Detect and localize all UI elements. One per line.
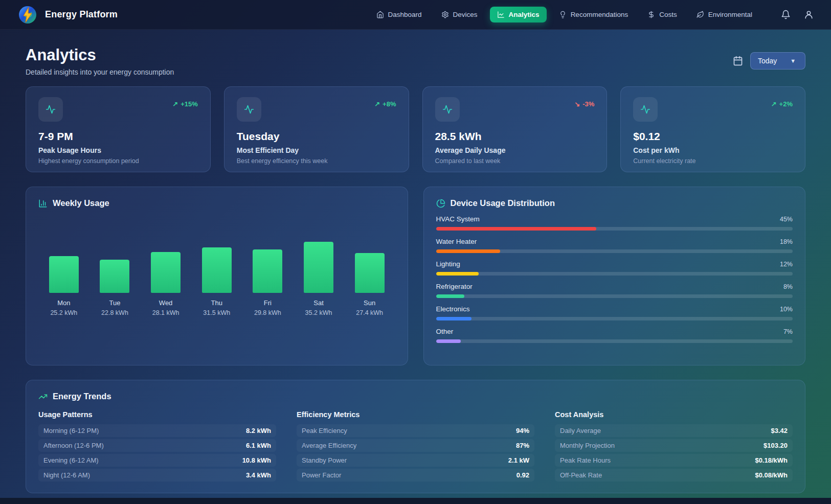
device-distribution-panel: Device Usage Distribution HVAC System45%…	[423, 187, 806, 365]
nav-item-label: Devices	[453, 11, 478, 18]
activity-icon	[435, 97, 460, 122]
device-name: Electronics	[436, 305, 470, 313]
trend-row: Standby Power2.1 kW	[297, 454, 534, 467]
progress-track	[436, 339, 793, 343]
nav-links: Dashboard Devices Analytics Recommendati…	[369, 7, 759, 22]
device-name: Water Heater	[436, 238, 477, 245]
panel-title: Weekly Usage	[53, 198, 109, 208]
progress-track	[436, 249, 793, 253]
trend-badge: ↗+15%	[172, 100, 198, 108]
column-heading: Cost Analysis	[555, 410, 793, 419]
stat-description: Highest energy consumption period	[38, 157, 198, 165]
device-row: Refrigerator8%	[436, 283, 793, 298]
weekly-usage-panel: Weekly Usage Mon25.2 kWh Tue22.8 kWh Wed…	[26, 187, 408, 365]
progress-fill	[436, 249, 501, 253]
progress-track	[436, 227, 793, 231]
trend-row: Night (12-6 AM)3.4 kWh	[38, 469, 276, 482]
energy-trends-panel: Energy Trends Usage Patterns Morning (6-…	[26, 380, 805, 493]
activity-icon	[38, 97, 63, 122]
panel-title: Device Usage Distribution	[451, 198, 555, 208]
progress-track	[436, 272, 793, 276]
usage-bar	[100, 260, 129, 293]
nav-item-analytics[interactable]: Analytics	[490, 7, 547, 22]
device-name: Lighting	[436, 260, 460, 268]
bar-value-label: 29.8 kWh	[244, 309, 290, 316]
usage-bar	[202, 247, 232, 293]
device-name: Other	[436, 328, 454, 335]
bar-day-label: Tue	[92, 299, 138, 307]
footer-bar	[0, 498, 831, 504]
leaf-icon	[697, 11, 704, 18]
trend-badge: ↗+8%	[374, 100, 396, 108]
calendar-icon[interactable]	[733, 56, 743, 66]
date-range-select[interactable]: Today ▼	[750, 52, 805, 70]
trend-row: Off-Peak Rate$0.08/kWh	[555, 469, 793, 482]
brand: Energy Platform	[17, 5, 118, 25]
nav-item-costs[interactable]: Costs	[640, 7, 684, 22]
trend-row: Average Efficiency87%	[297, 439, 534, 452]
stat-label: Average Daily Usage	[435, 146, 595, 154]
trend-row: Peak Efficiency94%	[297, 424, 534, 437]
page-title: Analytics	[26, 46, 174, 64]
trends-column-efficiency-metrics: Efficiency Metrics Peak Efficiency94% Av…	[297, 410, 534, 484]
trends-column-usage-patterns: Usage Patterns Morning (6-12 PM)8.2 kWh …	[38, 410, 276, 484]
nav-item-label: Analytics	[509, 11, 540, 18]
nav-item-recommendations[interactable]: Recommendations	[552, 7, 636, 22]
user-icon	[804, 10, 814, 19]
bar-value-label: 25.2 kWh	[41, 309, 87, 316]
nav-item-dashboard[interactable]: Dashboard	[369, 7, 429, 22]
progress-fill	[436, 227, 597, 231]
device-pct: 12%	[780, 261, 793, 268]
activity-icon	[237, 97, 261, 122]
column-heading: Efficiency Metrics	[297, 410, 534, 419]
nav-bar: Energy Platform Dashboard Devices Analyt…	[0, 0, 831, 30]
device-pct: 8%	[783, 283, 793, 290]
stat-value: $0.12	[633, 130, 793, 143]
stat-value: Tuesday	[237, 130, 396, 143]
stat-description: Compared to last week	[435, 157, 595, 165]
trend-row: Afternoon (12-6 PM)6.1 kWh	[38, 439, 276, 452]
chevron-down-icon: ▼	[790, 58, 796, 64]
trend-row: Evening (6-12 AM)10.8 kWh	[38, 454, 276, 467]
nav-item-label: Environmental	[708, 11, 752, 18]
nav-item-environmental[interactable]: Environmental	[689, 7, 759, 22]
trends-title: Energy Trends	[53, 392, 111, 401]
bell-icon	[781, 10, 791, 19]
trend-row: Power Factor0.92	[297, 469, 534, 482]
stat-value: 7-9 PM	[38, 130, 198, 143]
date-range-value: Today	[758, 57, 777, 65]
brand-logo-icon	[17, 5, 38, 25]
nav-item-label: Recommendations	[571, 11, 628, 18]
progress-fill	[436, 272, 479, 276]
stat-card-peak-hours: ↗+15% 7-9 PM Peak Usage Hours Highest en…	[26, 86, 211, 172]
column-heading: Usage Patterns	[38, 410, 276, 419]
activity-icon	[633, 97, 658, 122]
trend-row: Peak Rate Hours$0.18/kWh	[555, 454, 793, 467]
device-row: Other7%	[436, 328, 793, 343]
bar-day-label: Sun	[347, 299, 393, 307]
device-row: Lighting12%	[436, 260, 793, 276]
usage-bar	[151, 252, 181, 293]
trending-up-icon	[38, 392, 48, 401]
bar-day-label: Wed	[143, 299, 189, 307]
line-chart-icon	[497, 11, 505, 18]
device-row: HVAC System45%	[436, 215, 793, 231]
bar-day-label: Mon	[41, 299, 87, 307]
notifications-button[interactable]	[781, 10, 791, 19]
stat-cards-row: ↗+15% 7-9 PM Peak Usage Hours Highest en…	[26, 86, 805, 172]
nav-item-devices[interactable]: Devices	[434, 7, 485, 22]
page-subtitle: Detailed insights into your energy consu…	[26, 68, 174, 76]
progress-track	[436, 294, 793, 298]
trend-row: Monthly Projection$103.20	[555, 439, 793, 452]
stat-description: Current electricity rate	[633, 157, 793, 165]
dollar-icon	[647, 11, 655, 18]
progress-track	[436, 317, 793, 320]
user-button[interactable]	[804, 10, 814, 19]
stat-label: Cost per kWh	[633, 146, 793, 154]
trend-row: Daily Average$3.42	[555, 424, 793, 437]
device-row: Electronics10%	[436, 305, 793, 320]
device-row: Water Heater18%	[436, 238, 793, 253]
brand-title: Energy Platform	[45, 9, 118, 20]
stat-card-daily-usage: ↘-3% 28.5 kWh Average Daily Usage Compar…	[422, 86, 608, 172]
stat-value: 28.5 kWh	[435, 130, 595, 143]
